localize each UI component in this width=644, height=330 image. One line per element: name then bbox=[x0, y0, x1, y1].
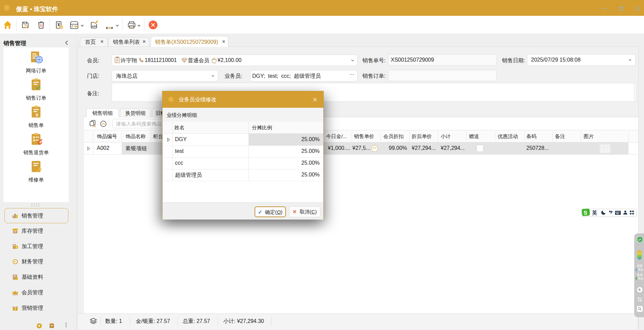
svg-text:¥: ¥ bbox=[36, 112, 38, 118]
svg-text:KPI: KPI bbox=[92, 25, 96, 28]
svg-text:¥: ¥ bbox=[14, 260, 16, 263]
svg-text:S: S bbox=[583, 209, 587, 216]
